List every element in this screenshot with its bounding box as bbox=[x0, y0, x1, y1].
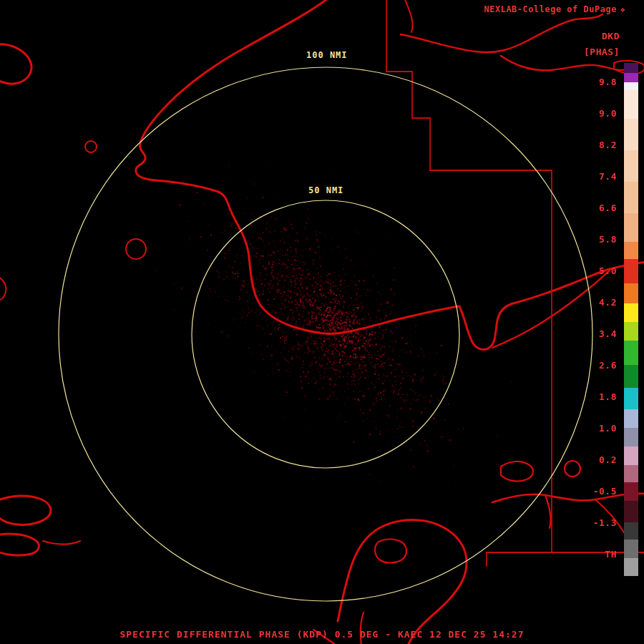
colorbar-tick-label: 1.0 bbox=[582, 423, 617, 434]
colorbar-segment bbox=[624, 242, 638, 259]
colorbar-segment bbox=[624, 303, 638, 322]
colorbar-tick-label: -0.5 bbox=[582, 486, 617, 497]
colorbar-segment bbox=[624, 283, 638, 303]
colorbar-segment bbox=[624, 388, 638, 409]
colorbar-segment bbox=[624, 482, 638, 501]
colorbar-segment bbox=[624, 540, 638, 558]
colorbar-segment bbox=[624, 182, 638, 213]
stream-top-edge bbox=[404, 0, 413, 32]
colorbar-tick-label: 7.4 bbox=[582, 171, 617, 182]
range-label-50nmi: 50 NMI bbox=[306, 185, 346, 196]
lake-topleft bbox=[0, 44, 31, 84]
colorbar-tick-label: 8.2 bbox=[582, 140, 617, 150]
colorbar-tick-label: 0.2 bbox=[582, 454, 617, 465]
river-bottomright bbox=[492, 494, 644, 502]
left-edge-inlet bbox=[0, 275, 6, 301]
colorbar-segment bbox=[624, 558, 638, 576]
colorbar bbox=[624, 63, 638, 576]
colorbar-tick-label: 3.4 bbox=[582, 328, 617, 339]
product-caption: SPECIFIC DIFFERENTIAL PHASE (KDP) 0.5 DE… bbox=[120, 629, 525, 640]
colorbar-tick-label: 2.6 bbox=[582, 360, 617, 371]
range-label-100nmi: 100 NMI bbox=[303, 49, 351, 61]
island-bottom bbox=[338, 519, 467, 644]
colorbar-segment bbox=[624, 365, 638, 388]
county-steps-top bbox=[386, 0, 552, 552]
cod-logo-icon: ❖ bbox=[620, 5, 625, 14]
colorbar-segment bbox=[624, 447, 638, 465]
river-topright-1 bbox=[401, 14, 602, 52]
blob-bottomleft-1 bbox=[0, 496, 51, 525]
small-lake-2 bbox=[126, 239, 146, 259]
colorbar-tick-label: 5.0 bbox=[582, 265, 617, 276]
colorbar-tick-label: 9.8 bbox=[582, 77, 617, 87]
radar-display-window: { "header": { "title": "NEXLAB-College o… bbox=[0, 0, 644, 644]
coastline-main bbox=[136, 0, 459, 333]
blob-bottomleft-2 bbox=[0, 534, 39, 555]
colorbar-segment bbox=[624, 63, 638, 73]
colorbar-segment bbox=[624, 501, 638, 522]
colorbar-tick-label: 6.6 bbox=[582, 203, 617, 213]
island-inner-lake bbox=[375, 540, 406, 563]
colorbar-segment bbox=[624, 428, 638, 447]
colorbar-tick-label: 1.8 bbox=[582, 391, 617, 402]
colorbar-tick-label: 4.2 bbox=[582, 297, 617, 308]
map-overlay bbox=[0, 0, 644, 644]
colorbar-tick-label: -1.3 bbox=[582, 517, 617, 528]
colorbar-segment bbox=[624, 119, 638, 150]
lake-bottomright bbox=[565, 461, 580, 477]
stream-bottomright-1 bbox=[545, 495, 551, 528]
colorbar-tick-label: 5.8 bbox=[582, 234, 617, 245]
colorbar-segment bbox=[624, 322, 638, 341]
colorbar-segment bbox=[624, 73, 638, 82]
blob-bottomright bbox=[501, 462, 533, 482]
colorbar-segment bbox=[624, 90, 638, 119]
colorbar-segment bbox=[624, 341, 638, 365]
colorbar-segment bbox=[624, 213, 638, 242]
colorbar-segment bbox=[624, 82, 638, 90]
map-outlines bbox=[0, 0, 644, 644]
shore-bottomleft bbox=[43, 541, 80, 545]
colorbar-segment bbox=[624, 259, 638, 283]
colorbar-segment bbox=[624, 522, 638, 540]
colorbar-segment bbox=[624, 150, 638, 182]
colorbar-tick-label: TH bbox=[582, 549, 617, 560]
colorbar-segment bbox=[624, 409, 638, 428]
county-line-bottomright bbox=[487, 552, 644, 567]
colorbar-ticks: 9.89.08.27.46.65.85.04.23.42.61.81.00.2-… bbox=[582, 0, 617, 644]
colorbar-segment bbox=[624, 465, 638, 482]
colorbar-tick-label: 9.0 bbox=[582, 108, 617, 119]
small-lake-1 bbox=[85, 141, 97, 152]
